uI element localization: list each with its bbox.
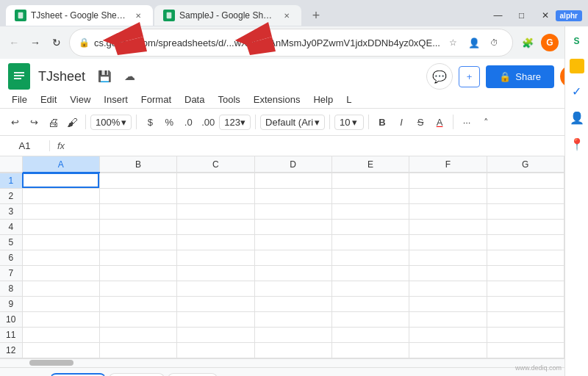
row-num-11[interactable]: 11 <box>0 327 22 342</box>
new-tab-button[interactable]: + <box>306 5 326 26</box>
zoom-select[interactable]: 100% ▾ <box>90 115 132 130</box>
cell-D1[interactable] <box>254 173 331 188</box>
cell-G4[interactable] <box>487 219 564 234</box>
cell-B4[interactable] <box>99 219 176 234</box>
sheet-tab-sheet2[interactable]: Sheet2 ▾ <box>109 373 165 376</box>
cell-A12[interactable] <box>22 342 99 358</box>
cell-A1[interactable] <box>22 173 99 188</box>
format-select[interactable]: 123▾ <box>219 115 251 130</box>
cell-F1[interactable] <box>409 173 487 188</box>
reload-button[interactable]: ↻ <box>48 32 65 54</box>
cell-E7[interactable] <box>331 265 409 281</box>
percent-button[interactable]: % <box>160 112 178 132</box>
cell-A4[interactable] <box>22 219 99 234</box>
cell-G12[interactable] <box>487 342 564 358</box>
menu-l[interactable]: L <box>340 91 357 108</box>
cell-C5[interactable] <box>177 234 254 250</box>
text-color-button[interactable]: A <box>431 112 448 132</box>
cell-D4[interactable] <box>254 219 331 234</box>
menu-edit[interactable]: Edit <box>35 91 62 108</box>
cell-F11[interactable] <box>409 327 487 342</box>
cell-B2[interactable] <box>99 188 176 203</box>
cell-E6[interactable] <box>331 250 409 265</box>
maximize-button[interactable]: □ <box>512 5 532 26</box>
format-paint-button[interactable]: 🖌 <box>63 112 81 132</box>
cell-D3[interactable] <box>254 203 331 219</box>
cell-D2[interactable] <box>254 188 331 203</box>
collapse-toolbar-button[interactable]: ˄ <box>477 112 495 132</box>
cell-C4[interactable] <box>177 219 254 234</box>
cell-E8[interactable] <box>331 281 409 296</box>
col-header-g[interactable]: G <box>487 156 564 173</box>
cell-F2[interactable] <box>409 188 487 203</box>
cell-C8[interactable] <box>177 281 254 296</box>
row-num-4[interactable]: 4 <box>0 219 22 234</box>
cell-A2[interactable] <box>22 188 99 203</box>
italic-button[interactable]: I <box>392 112 410 132</box>
cell-G3[interactable] <box>487 203 564 219</box>
map-pin-icon[interactable]: 📍 <box>568 135 586 153</box>
extensions-icon[interactable]: 🧩 <box>517 32 538 53</box>
menu-data[interactable]: Data <box>179 91 210 108</box>
strikethrough-button[interactable]: S <box>412 112 429 132</box>
history-icon[interactable]: ⏱ <box>486 34 503 51</box>
sheets-right-icon[interactable]: S <box>568 32 586 50</box>
cell-D6[interactable] <box>254 250 331 265</box>
cell-F4[interactable] <box>409 219 487 234</box>
col-header-f[interactable]: F <box>409 156 487 173</box>
row-num-3[interactable]: 3 <box>0 203 22 219</box>
drive-save-icon[interactable]: 💾 <box>94 66 115 87</box>
cell-G8[interactable] <box>487 281 564 296</box>
minimize-button[interactable]: — <box>488 5 509 26</box>
cell-A3[interactable] <box>22 203 99 219</box>
menu-extensions[interactable]: Extensions <box>248 91 306 108</box>
sheets-list-button[interactable]: ≡ <box>26 370 47 376</box>
row-num-6[interactable]: 6 <box>0 250 22 265</box>
col-header-b[interactable]: B <box>99 156 176 173</box>
print-button[interactable]: 🖨 <box>44 112 62 132</box>
cell-D10[interactable] <box>254 311 331 327</box>
cell-B11[interactable] <box>99 327 176 342</box>
add-sheet-button[interactable]: + <box>3 370 24 376</box>
checkmark-icon[interactable]: ✓ <box>568 82 586 100</box>
cell-B12[interactable] <box>99 342 176 358</box>
cell-A8[interactable] <box>22 281 99 296</box>
cell-E10[interactable] <box>331 311 409 327</box>
cell-G1[interactable] <box>487 173 564 188</box>
cell-B8[interactable] <box>99 281 176 296</box>
cell-D5[interactable] <box>254 234 331 250</box>
cell-B10[interactable] <box>99 311 176 327</box>
cell-D11[interactable] <box>254 327 331 342</box>
cell-C1[interactable] <box>177 173 254 188</box>
forward-button[interactable]: → <box>27 32 44 54</box>
cell-A9[interactable] <box>22 296 99 311</box>
cell-reference[interactable]: A1 <box>6 140 50 151</box>
person-icon[interactable]: 👤 <box>568 109 586 126</box>
cell-C3[interactable] <box>177 203 254 219</box>
tab-samplej[interactable]: SampleJ - Google Sheets ✕ <box>154 5 301 26</box>
cell-E4[interactable] <box>331 219 409 234</box>
horizontal-scrollbar[interactable] <box>0 358 588 367</box>
back-button[interactable]: ← <box>6 32 23 54</box>
cell-D7[interactable] <box>254 265 331 281</box>
horizontal-scrollbar-thumb[interactable] <box>29 360 74 366</box>
menu-tools[interactable]: Tools <box>212 91 245 108</box>
cell-A5[interactable] <box>22 234 99 250</box>
bold-button[interactable]: B <box>373 112 391 132</box>
cell-D9[interactable] <box>254 296 331 311</box>
cell-A11[interactable] <box>22 327 99 342</box>
cell-F9[interactable] <box>409 296 487 311</box>
menu-format[interactable]: Format <box>135 91 177 108</box>
col-header-c[interactable]: C <box>177 156 254 173</box>
cell-E9[interactable] <box>331 296 409 311</box>
decimal-more-button[interactable]: .00 <box>198 112 218 132</box>
cell-G6[interactable] <box>487 250 564 265</box>
currency-button[interactable]: $ <box>141 112 159 132</box>
cell-A10[interactable] <box>22 311 99 327</box>
cell-D12[interactable] <box>254 342 331 358</box>
cell-C2[interactable] <box>177 188 254 203</box>
cell-C6[interactable] <box>177 250 254 265</box>
profile-sync-icon[interactable]: 👤 <box>465 34 483 51</box>
cell-E12[interactable] <box>331 342 409 358</box>
decimal-less-button[interactable]: .0 <box>179 112 197 132</box>
